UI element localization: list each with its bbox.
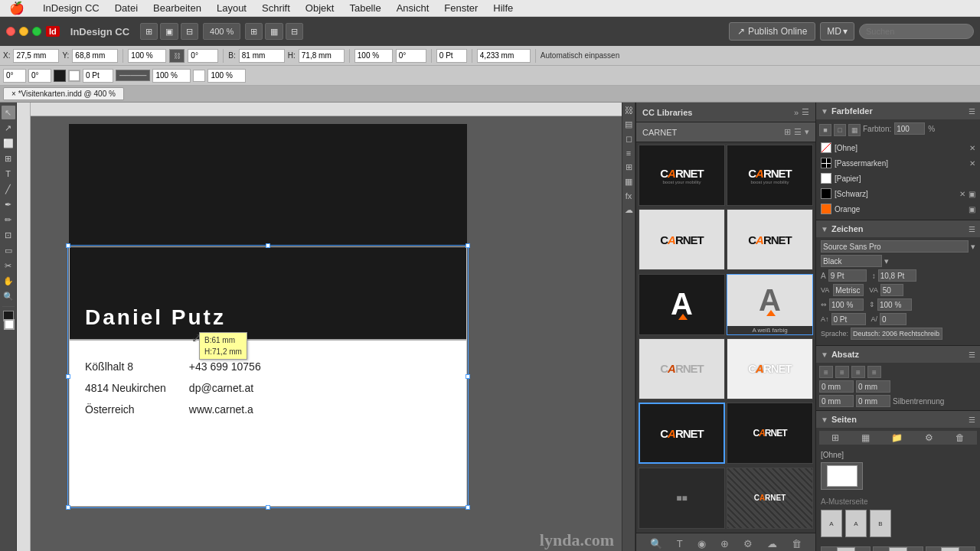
page-5[interactable]: 5 bbox=[821, 546, 871, 551]
swatch-schwarz[interactable]: [Schwarz] ✕ ▣ bbox=[819, 186, 977, 201]
master-page-a-left[interactable]: A bbox=[821, 510, 842, 537]
swatch-passermarken[interactable]: [Passermarken] ✕ bbox=[819, 155, 977, 171]
weight-dropdown-icon[interactable]: ▾ bbox=[884, 256, 889, 266]
stroke-color-swatch[interactable] bbox=[68, 70, 80, 82]
swatch-orange-edit[interactable]: ▣ bbox=[969, 205, 975, 214]
menu-layout[interactable]: Layout bbox=[214, 2, 250, 14]
coord-input[interactable] bbox=[477, 49, 531, 63]
stroke-icon[interactable]: ◻ bbox=[626, 134, 632, 144]
library-item-5[interactable]: A bbox=[639, 274, 725, 335]
swatch-ohne-x[interactable]: ✕ bbox=[969, 144, 975, 152]
h-input[interactable] bbox=[299, 49, 345, 63]
leading-input[interactable] bbox=[878, 269, 916, 282]
layout-btn[interactable]: ▦ bbox=[265, 23, 283, 40]
menu-datei[interactable]: Datei bbox=[112, 2, 141, 14]
document-tab[interactable]: × *Visitenkarten.indd @ 400 % bbox=[3, 87, 124, 100]
seiten-settings-icon[interactable]: ⚙ bbox=[925, 432, 933, 443]
swatch-orange[interactable]: Orange ▣ bbox=[819, 201, 977, 217]
links-icon[interactable]: ⛓ bbox=[625, 106, 633, 115]
fill-color-swatch[interactable] bbox=[54, 70, 66, 82]
rect-tool[interactable]: ▭ bbox=[2, 243, 15, 257]
menu-objekt[interactable]: Objekt bbox=[302, 2, 338, 14]
gradient-btn[interactable]: ▦ bbox=[848, 124, 861, 136]
library-item-9[interactable]: CARNET bbox=[639, 403, 725, 464]
menu-schrift[interactable]: Schrift bbox=[259, 2, 293, 14]
master-page-a-right[interactable]: A bbox=[845, 510, 867, 537]
kerning-input[interactable] bbox=[833, 284, 864, 296]
ctrl2-input2[interactable] bbox=[28, 69, 51, 83]
absatz-header[interactable]: ▼ Absatz ☰ bbox=[816, 346, 980, 363]
align-right-btn[interactable]: ≡ bbox=[851, 366, 865, 378]
absatz-menu-icon[interactable]: ☰ bbox=[969, 350, 975, 359]
maximize-button[interactable] bbox=[32, 27, 41, 36]
seiten-menu-icon[interactable]: ☰ bbox=[969, 416, 975, 424]
search-input[interactable] bbox=[859, 24, 974, 39]
line-tool[interactable]: ╱ bbox=[2, 182, 15, 196]
tracking-input[interactable] bbox=[880, 284, 903, 296]
zoom-tool[interactable]: 🔍 bbox=[2, 289, 15, 303]
fill-mode-btn[interactable]: ■ bbox=[819, 124, 831, 136]
master-page-b[interactable]: B bbox=[870, 510, 891, 537]
stroke-dropdown[interactable]: ───── bbox=[116, 70, 150, 81]
gap-tool[interactable]: ⊞ bbox=[2, 152, 15, 165]
minimize-button[interactable] bbox=[19, 27, 28, 36]
indent-left-input[interactable] bbox=[819, 380, 854, 393]
tab-close-icon[interactable]: × bbox=[11, 90, 16, 98]
align-justify-btn[interactable]: ≡ bbox=[867, 366, 881, 378]
seiten-pages-icon[interactable]: ⊞ bbox=[831, 432, 839, 443]
library-item-7[interactable]: CARNET bbox=[639, 338, 725, 399]
font-weight-input[interactable] bbox=[821, 255, 882, 267]
apple-menu[interactable]: 🍎 bbox=[6, 1, 28, 15]
seiten-header[interactable]: ▼ Seiten ☰ bbox=[816, 411, 980, 428]
align-center-btn[interactable]: ≡ bbox=[835, 366, 849, 378]
pct4-input[interactable] bbox=[207, 69, 246, 83]
seiten-spread-icon[interactable]: ▦ bbox=[861, 432, 870, 443]
seiten-delete-icon[interactable]: 🗑 bbox=[956, 432, 965, 443]
business-card[interactable]: Daniel Putz Kößlhalt 8 4814 Neukirchen Ö… bbox=[69, 246, 467, 507]
farbfelder-header[interactable]: ▼ Farbfelder ☰ bbox=[816, 103, 980, 119]
library-item-3[interactable]: CARNET bbox=[639, 209, 725, 270]
font-dropdown-icon[interactable]: ▾ bbox=[971, 242, 975, 252]
toolbar-btn-3[interactable]: ⊟ bbox=[181, 23, 198, 40]
direct-selection-tool[interactable]: ↗ bbox=[2, 121, 15, 135]
baseline-input[interactable] bbox=[831, 313, 866, 325]
library-item-11[interactable]: ■■ bbox=[639, 468, 725, 529]
md-button[interactable]: MD ▾ bbox=[820, 22, 854, 41]
zeichen-menu-icon[interactable]: ☰ bbox=[969, 225, 975, 233]
y-input[interactable] bbox=[72, 49, 118, 63]
ctrl2-input1[interactable] bbox=[3, 69, 26, 83]
library-item-8[interactable]: CARNET bbox=[727, 338, 813, 399]
rect-frame-tool[interactable]: ⊡ bbox=[2, 228, 15, 242]
pt-input[interactable] bbox=[436, 49, 467, 63]
toolbar-btn-2[interactable]: ▣ bbox=[160, 23, 178, 40]
selection-tool[interactable]: ↖ bbox=[2, 106, 15, 119]
x-input[interactable] bbox=[13, 49, 59, 63]
pct3-input[interactable] bbox=[152, 69, 191, 83]
library-selector[interactable]: CARNET ⊞ ☰ ▾ bbox=[636, 122, 815, 142]
zoom-field[interactable]: 400 % bbox=[203, 23, 240, 40]
lib-search-icon[interactable]: 🔍 bbox=[650, 538, 662, 549]
font-size-input[interactable] bbox=[828, 269, 867, 282]
cc-libraries-menu-icon[interactable]: ☰ bbox=[802, 107, 809, 117]
library-item-6[interactable]: A A weiß farbig bbox=[727, 274, 813, 335]
zeichen-header[interactable]: ▼ Zeichen ☰ bbox=[816, 220, 980, 237]
master-none-preview[interactable] bbox=[821, 462, 863, 490]
pen-tool[interactable]: ✒ bbox=[2, 197, 15, 211]
lib-cloud-icon[interactable]: ☁ bbox=[767, 538, 777, 549]
fx-icon[interactable]: fx bbox=[626, 191, 632, 201]
language-input[interactable] bbox=[851, 328, 942, 340]
menu-hilfe[interactable]: Hilfe bbox=[490, 2, 516, 14]
space-after-input[interactable] bbox=[856, 395, 890, 407]
swatch-passermarken-x[interactable]: ✕ bbox=[969, 159, 975, 168]
library-item-4[interactable]: CARNET bbox=[727, 209, 813, 270]
skew-input[interactable] bbox=[880, 313, 906, 325]
close-button[interactable] bbox=[6, 27, 15, 36]
hand-tool[interactable]: ✋ bbox=[2, 274, 15, 288]
farbfelder-menu-icon[interactable]: ☰ bbox=[969, 107, 975, 116]
lib-delete-icon[interactable]: 🗑 bbox=[792, 538, 802, 549]
stroke-swatch[interactable] bbox=[4, 319, 15, 330]
pencil-tool[interactable]: ✏ bbox=[2, 213, 15, 227]
pct2-input[interactable] bbox=[354, 49, 393, 63]
pathfinder-icon[interactable]: ⊞ bbox=[626, 162, 632, 172]
b-input[interactable] bbox=[239, 49, 285, 63]
